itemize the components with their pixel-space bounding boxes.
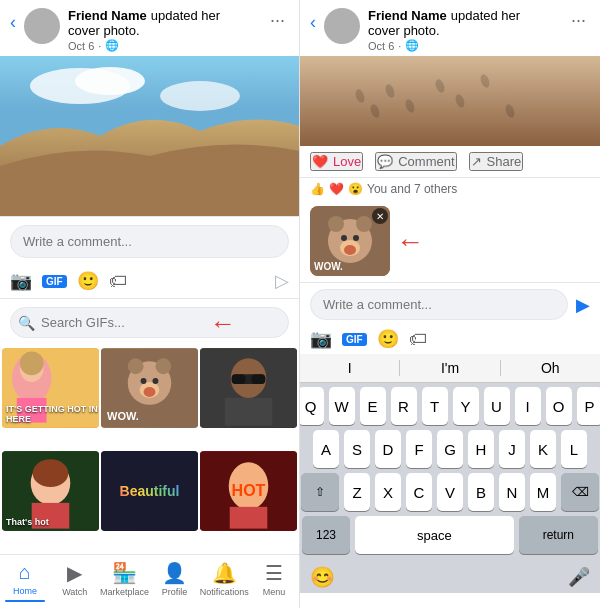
right-camera-icon[interactable]: 📷: [310, 328, 332, 350]
key-l[interactable]: L: [561, 430, 587, 468]
key-j[interactable]: J: [499, 430, 525, 468]
more-button-right[interactable]: ···: [567, 10, 590, 31]
gif-item-5[interactable]: Beautiful: [101, 451, 198, 531]
key-return[interactable]: return: [519, 516, 598, 554]
svg-point-45: [341, 235, 347, 241]
emoji-keyboard-button[interactable]: 😊: [310, 565, 335, 589]
gif-item-4[interactable]: That's hot: [2, 451, 99, 531]
back-button-right[interactable]: ‹: [310, 12, 316, 33]
suggestion-2[interactable]: I'm: [400, 360, 500, 376]
key-z[interactable]: Z: [344, 473, 370, 511]
key-shift[interactable]: ⇧: [301, 473, 339, 511]
key-b[interactable]: B: [468, 473, 494, 511]
key-n[interactable]: N: [499, 473, 525, 511]
key-i[interactable]: I: [515, 387, 541, 425]
svg-point-42: [328, 216, 344, 232]
menu-label: Menu: [263, 587, 286, 597]
gif-item-1[interactable]: IT'S GETTING HOT IN HERE: [2, 348, 99, 428]
back-button-left[interactable]: ‹: [10, 12, 16, 33]
cover-image-inner: [0, 56, 299, 216]
key-o[interactable]: O: [546, 387, 572, 425]
key-h[interactable]: H: [468, 430, 494, 468]
menu-icon: ☰: [265, 561, 283, 585]
key-m[interactable]: M: [530, 473, 556, 511]
more-button-left[interactable]: ···: [266, 10, 289, 31]
camera-icon-left[interactable]: 📷: [10, 270, 32, 292]
nav-menu[interactable]: ☰ Menu: [249, 555, 299, 608]
key-a[interactable]: A: [313, 430, 339, 468]
microphone-button[interactable]: 🎤: [568, 566, 590, 588]
share-button[interactable]: ↗ Share: [469, 152, 524, 171]
gif-label-4: That's hot: [6, 517, 49, 527]
emoji-icon-left[interactable]: 🙂: [77, 270, 99, 292]
key-r[interactable]: R: [391, 387, 417, 425]
wow-emoji: 😮: [348, 182, 363, 196]
svg-point-16: [144, 387, 156, 397]
key-123[interactable]: 123: [302, 516, 350, 554]
post-subject-left: cover photo.: [68, 23, 258, 38]
gif-preview-container: WOW. ✕ ←: [300, 200, 600, 282]
comment-input-left[interactable]: [10, 225, 289, 258]
key-y[interactable]: Y: [453, 387, 479, 425]
svg-point-11: [128, 358, 144, 374]
key-g[interactable]: G: [437, 430, 463, 468]
gif-preview-bear[interactable]: WOW. ✕: [310, 206, 390, 276]
key-t[interactable]: T: [422, 387, 448, 425]
love-button[interactable]: ❤️ Love: [310, 152, 363, 171]
post-header-left: ‹ Friend Name updated her cover photo. O…: [0, 0, 299, 56]
svg-point-43: [356, 216, 372, 232]
post-username-left: Friend Name: [68, 8, 147, 23]
svg-rect-20: [232, 374, 246, 384]
reactions-count: 👍 ❤️ 😮 You and 7 others: [300, 178, 600, 200]
key-x[interactable]: X: [375, 473, 401, 511]
nav-watch[interactable]: ▶ Watch: [50, 555, 100, 608]
right-emoji-icon[interactable]: 🙂: [377, 328, 399, 350]
key-delete[interactable]: ⌫: [561, 473, 599, 511]
right-gif-button[interactable]: GIF: [342, 333, 367, 346]
key-row-2: A S D F G H J K L: [302, 430, 598, 468]
key-q[interactable]: Q: [300, 387, 324, 425]
nav-notifications[interactable]: 🔔 Notifications: [199, 555, 249, 608]
key-u[interactable]: U: [484, 387, 510, 425]
svg-point-26: [33, 459, 69, 487]
key-k[interactable]: K: [530, 430, 556, 468]
right-sticker-icon[interactable]: 🏷: [409, 329, 427, 350]
marketplace-icon: 🏪: [112, 561, 137, 585]
right-send-button[interactable]: ▶: [576, 294, 590, 316]
key-p[interactable]: P: [577, 387, 601, 425]
gif-item-6[interactable]: HOT: [200, 451, 297, 531]
gif-item-3[interactable]: [200, 348, 297, 428]
avatar-right: [324, 8, 360, 44]
key-w[interactable]: W: [329, 387, 355, 425]
key-v[interactable]: V: [437, 473, 463, 511]
nav-home[interactable]: ⌂ Home: [0, 555, 50, 608]
nav-profile[interactable]: 👤 Profile: [149, 555, 199, 608]
suggestion-1[interactable]: I: [300, 360, 400, 376]
gif-item-2[interactable]: WOW.: [101, 348, 198, 428]
gif-button-left[interactable]: GIF: [42, 275, 67, 288]
nav-marketplace[interactable]: 🏪 Marketplace: [100, 555, 150, 608]
profile-icon: 👤: [162, 561, 187, 585]
comment-button[interactable]: 💬 Comment: [375, 152, 456, 171]
keyboard: I I'm Oh Q W E R T Y U I O P A S D: [300, 354, 600, 593]
marketplace-label: Marketplace: [100, 587, 149, 597]
svg-point-2: [75, 67, 145, 95]
svg-point-3: [160, 81, 240, 111]
sand-cover-svg: [300, 56, 600, 146]
send-button-left[interactable]: ▷: [275, 270, 289, 292]
gif-search-input[interactable]: [10, 307, 289, 338]
comment-label: Comment: [398, 154, 454, 169]
gif-preview-close-button[interactable]: ✕: [372, 208, 388, 224]
key-c[interactable]: C: [406, 473, 432, 511]
key-d[interactable]: D: [375, 430, 401, 468]
right-comment-input[interactable]: [310, 289, 568, 320]
key-s[interactable]: S: [344, 430, 370, 468]
right-toolbar: 📷 GIF 🙂 🏷: [300, 326, 600, 354]
gif-beautiful-text: Beautiful: [120, 483, 180, 499]
svg-point-8: [20, 351, 44, 375]
key-f[interactable]: F: [406, 430, 432, 468]
sticker-icon-left[interactable]: 🏷: [109, 271, 127, 292]
key-e[interactable]: E: [360, 387, 386, 425]
suggestion-3[interactable]: Oh: [501, 360, 600, 376]
key-space[interactable]: space: [355, 516, 514, 554]
